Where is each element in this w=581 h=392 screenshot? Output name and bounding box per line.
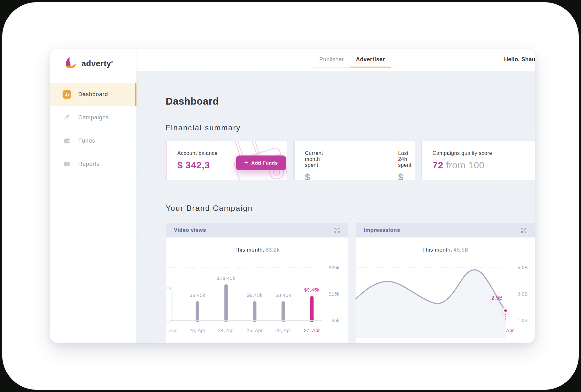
x-tick-label: 22, Apr <box>166 328 177 333</box>
score-number: 72 <box>433 160 443 170</box>
x-tick-label: 26, Apr <box>275 328 291 333</box>
expand-icon[interactable] <box>333 226 341 234</box>
bar-value-label: $9,45k <box>304 287 320 292</box>
impressions-card: Impresssions This month:48,5B 5,0 <box>356 223 535 343</box>
video-views-svg: $25k$15k$5k22, Apr23, Apr24, Apr25, Apr2… <box>166 237 348 343</box>
bar-base <box>224 319 228 320</box>
brand-logo[interactable]: adverty® <box>50 49 136 70</box>
current-month-spent-value: $ 634,2 <box>305 172 329 180</box>
impressions-summary: This month:48,5B <box>356 247 535 253</box>
bar-base <box>310 319 314 320</box>
endpoint-dot[interactable] <box>504 309 507 312</box>
dashboard-content: Dashboard Financial summary Account bala… <box>136 71 535 343</box>
sidebar-nav: Dashboard Campaigns <box>50 83 136 176</box>
add-funds-label: Add Funds <box>251 160 278 166</box>
book-icon <box>63 160 71 168</box>
charts-row: Video views This month:$3,2k $25k <box>166 223 535 343</box>
bar-27, Apr[interactable] <box>310 296 314 322</box>
rocket-icon <box>63 113 71 122</box>
sidebar-item-label: Funds <box>78 138 95 144</box>
app-window: adverty® Dashboard <box>50 49 535 343</box>
impressions-plot: 5,0B3,0B1,0B22, Apr23, Apr24, Apr25, Apr… <box>356 237 535 343</box>
video-views-plot: $25k$15k$5k22, Apr23, Apr24, Apr25, Apr2… <box>166 237 348 343</box>
last-24h-spent-label: Last 24h spent <box>398 150 415 168</box>
current-month-spent-label: Current month spent <box>305 150 329 168</box>
user-greeting: Hello, Shaun <box>504 56 535 63</box>
last-24h-spent-value: $ 25,6 <box>398 172 415 180</box>
x-tick-label: 25, Apr <box>246 328 263 333</box>
sidebar-item-dashboard[interactable]: Dashboard <box>50 83 136 106</box>
plus-icon: + <box>244 159 248 166</box>
y-tick-label: $5k <box>331 318 340 323</box>
brand-name: adverty® <box>81 59 113 68</box>
sidebar-item-funds[interactable]: Funds <box>50 129 136 152</box>
dashboard-icon <box>63 90 71 99</box>
quality-score-value: 72 from 100 <box>433 160 535 171</box>
y-tick-label: 3,0B <box>517 291 528 297</box>
quality-score-card: Campaigns quality score 72 from 100 <box>421 141 535 180</box>
page-title: Dashboard <box>166 96 535 107</box>
video-views-title: Video views <box>174 227 206 233</box>
quality-score-block: Campaigns quality score 72 from 100 <box>422 141 535 171</box>
bar-value-label: $8,45k <box>190 292 205 298</box>
page-canvas: adverty® Dashboard <box>2 2 579 390</box>
sidebar-item-label: Dashboard <box>78 91 108 98</box>
adverty-logo-icon <box>64 57 77 70</box>
brand-campaign-heading: Your Brand Campaign <box>166 204 535 213</box>
y-tick-label: $15k <box>329 291 340 297</box>
expand-icon[interactable] <box>520 226 528 234</box>
bar-value-label: $8,45k <box>275 292 291 298</box>
y-tick-label: 5,0B <box>517 265 528 270</box>
x-tick-label: 24, Apr <box>218 328 234 333</box>
baseline <box>166 320 322 321</box>
hidden-bar-tooltip <box>166 289 171 321</box>
sidebar-item-label: Campaigns <box>78 114 109 121</box>
bar-23, Apr[interactable] <box>196 301 199 322</box>
impressions-title: Impresssions <box>364 227 400 233</box>
y-tick-label: 1,0B <box>517 318 528 323</box>
video-views-summary-value: $3,2k <box>266 247 280 253</box>
account-balance-label: Account balance <box>177 150 218 156</box>
x-tick-label: 23, Apr <box>189 328 205 333</box>
video-views-card: Video views This month:$3,2k $25k <box>166 223 348 343</box>
wallet-icon <box>63 137 71 145</box>
tab-publisher[interactable]: Publisher <box>313 56 350 68</box>
bar-25, Apr[interactable] <box>253 301 257 322</box>
endpoint-value-label: 2,9B <box>491 295 503 301</box>
sidebar: adverty® Dashboard <box>50 49 136 343</box>
sidebar-item-label: Reports <box>78 161 100 167</box>
bar-24, Apr[interactable] <box>224 284 228 322</box>
impressions-header: Impresssions <box>356 223 535 237</box>
y-tick-label: $25k <box>329 265 340 270</box>
score-suffix: from 100 <box>446 160 484 170</box>
last-24h-spent-block: Last 24h spent $ 25,6 <box>389 141 415 180</box>
impressions-summary-value: 48,5B <box>453 247 468 253</box>
role-tabs: Publisher Advertiser <box>313 56 391 68</box>
main-area: Publisher Advertiser Hello, Shaun Dashbo… <box>136 49 535 343</box>
financial-cards-row: Account balance $ 342,3 + Add Funds <box>166 141 535 180</box>
sidebar-item-campaigns[interactable]: Campaigns <box>50 106 136 129</box>
account-balance-block: Account balance $ 342,3 <box>167 150 218 171</box>
video-views-summary: This month:$3,2k <box>166 247 348 253</box>
area-fill <box>356 270 506 338</box>
bar-26, Apr[interactable] <box>282 301 285 322</box>
tab-advertiser[interactable]: Advertiser <box>350 56 391 68</box>
bar-base <box>253 319 257 320</box>
bar-base <box>282 319 285 320</box>
spend-card: Current month spent $ 634,2 Last 24h spe… <box>293 141 415 180</box>
account-balance-value: $ 342,3 <box>177 160 218 171</box>
bar-value-label: $18,45k <box>217 275 235 281</box>
add-funds-button[interactable]: + Add Funds <box>236 155 286 170</box>
sidebar-item-reports[interactable]: Reports <box>50 152 136 176</box>
current-month-spent-block: Current month spent $ 634,2 <box>295 141 329 180</box>
account-balance-card: Account balance $ 342,3 + Add Funds <box>166 141 287 180</box>
x-tick-label: 27, Apr <box>304 328 320 333</box>
video-views-header: Video views <box>166 223 348 237</box>
registered-mark: ® <box>111 61 113 64</box>
bar-value-label: $8,45k <box>247 292 263 298</box>
topbar: Publisher Advertiser Hello, Shaun <box>136 49 535 71</box>
bar-base <box>196 319 199 320</box>
impressions-svg: 5,0B3,0B1,0B22, Apr23, Apr24, Apr25, Apr… <box>356 237 535 343</box>
quality-score-label: Campaigns quality score <box>433 150 535 156</box>
financial-summary-heading: Financial summary <box>166 123 535 132</box>
